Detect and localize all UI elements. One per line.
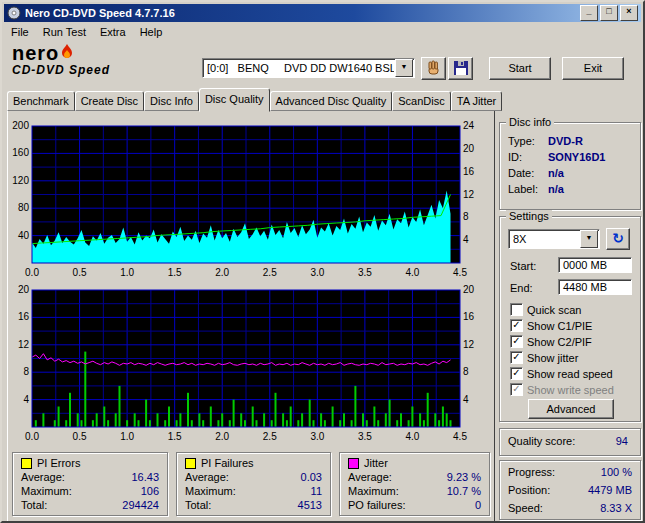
start-test-button[interactable]: Start bbox=[489, 57, 551, 80]
stat-label: Total: bbox=[185, 498, 211, 512]
settings-group: Settings 8X ▼ ↻ Start: 0000 MB End: 4480… bbox=[499, 216, 641, 422]
checkbox-show-write-speed: ✓ Show write speed bbox=[510, 383, 614, 396]
svg-text:12: 12 bbox=[18, 339, 30, 350]
flame-icon bbox=[61, 44, 73, 60]
minimize-button[interactable]: _ bbox=[580, 5, 598, 21]
svg-text:120: 120 bbox=[12, 175, 29, 186]
stat-value: 294424 bbox=[122, 498, 159, 512]
checkbox-show-c2-pif[interactable]: ✓ Show C2/PIF bbox=[510, 335, 592, 348]
position-label: Position: bbox=[508, 481, 550, 499]
speed-select[interactable]: 8X ▼ bbox=[508, 229, 600, 249]
checkbox-box[interactable] bbox=[510, 303, 523, 316]
chevron-down-icon[interactable]: ▼ bbox=[395, 59, 413, 77]
refresh-icon: ↻ bbox=[612, 230, 624, 246]
disc-id-row: ID: SONY16D1 bbox=[500, 149, 640, 165]
pi-failures-stats: PI Failures Average:0.03 Maximum:11 Tota… bbox=[176, 452, 331, 516]
speed-value: 8.33 X bbox=[600, 499, 632, 517]
svg-text:3.0: 3.0 bbox=[310, 267, 324, 278]
svg-text:20: 20 bbox=[18, 284, 30, 295]
quality-score-group: Quality score: 94 bbox=[499, 428, 641, 456]
quality-score-value: 94 bbox=[616, 435, 628, 447]
nero-logo: nero CD-DVD Speed bbox=[12, 44, 110, 78]
pif-jitter-chart: 48121620481216200.00.51.01.52.02.53.03.5… bbox=[10, 284, 488, 444]
checkbox-show-jitter[interactable]: ✓ Show jitter bbox=[510, 351, 578, 364]
svg-text:1.0: 1.0 bbox=[120, 431, 134, 442]
checkbox-show-read-speed[interactable]: ✓ Show read speed bbox=[510, 367, 613, 380]
hand-tool-button[interactable] bbox=[421, 57, 446, 80]
tab-disc-info[interactable]: Disc Info bbox=[144, 91, 199, 111]
tab-advanced-disc-quality[interactable]: Advanced Disc Quality bbox=[270, 91, 393, 111]
stat-label: Total: bbox=[21, 498, 47, 512]
svg-text:12: 12 bbox=[463, 189, 475, 200]
close-button[interactable]: × bbox=[620, 5, 638, 21]
pi-errors-chart: 408012016020048121620240.00.51.01.52.02.… bbox=[10, 120, 488, 280]
checkbox-box[interactable]: ✓ bbox=[510, 351, 523, 364]
svg-text:80: 80 bbox=[18, 202, 30, 213]
svg-text:0.5: 0.5 bbox=[73, 267, 87, 278]
checkbox-box[interactable]: ✓ bbox=[510, 367, 523, 380]
jitter-stats: Jitter Average:9.23 % Maximum:10.7 % PO … bbox=[339, 452, 490, 516]
svg-text:4.5: 4.5 bbox=[453, 431, 467, 442]
menu-item-extra[interactable]: Extra bbox=[93, 25, 133, 39]
tab-create-disc[interactable]: Create Disc bbox=[75, 91, 144, 111]
pi-errors-stats: PI Errors Average:16.43 Maximum:106 Tota… bbox=[12, 452, 168, 516]
window-titlebar: Nero CD-DVD Speed 4.7.7.16 _ □ × bbox=[4, 4, 641, 22]
tab-scandisc[interactable]: ScanDisc bbox=[392, 91, 450, 111]
menu-item-help[interactable]: Help bbox=[133, 25, 170, 39]
tab-benchmark[interactable]: Benchmark bbox=[7, 91, 75, 111]
svg-text:1.0: 1.0 bbox=[120, 267, 134, 278]
floppy-icon bbox=[453, 60, 469, 76]
svg-text:40: 40 bbox=[18, 230, 30, 241]
svg-text:3.5: 3.5 bbox=[358, 431, 372, 442]
chevron-down-icon[interactable]: ▼ bbox=[580, 230, 598, 248]
checkbox-box[interactable]: ✓ bbox=[510, 335, 523, 348]
svg-text:0.0: 0.0 bbox=[25, 431, 39, 442]
stat-value: 106 bbox=[141, 484, 159, 498]
svg-text:4.5: 4.5 bbox=[453, 267, 467, 278]
stat-value: 10.7 % bbox=[447, 484, 481, 498]
progress-row: Progress: 100 % bbox=[500, 463, 640, 481]
checkbox-box: ✓ bbox=[510, 383, 523, 396]
end-position-label: End: bbox=[510, 282, 533, 294]
disc-date-row: Date: n/a bbox=[500, 165, 640, 181]
svg-text:8: 8 bbox=[463, 211, 469, 222]
drive-selector[interactable]: [0:0] BENQ DVD DD DW1640 BSLB ▼ bbox=[202, 58, 415, 78]
menu-item-file[interactable]: File bbox=[4, 25, 36, 39]
svg-text:2.5: 2.5 bbox=[263, 431, 277, 442]
disc-id-value: SONY16D1 bbox=[548, 150, 605, 164]
product-name-text: CD-DVD Speed bbox=[12, 62, 110, 78]
checkbox-label: Show write speed bbox=[527, 384, 614, 396]
checkbox-quick-scan[interactable]: Quick scan bbox=[510, 303, 581, 316]
save-results-button[interactable] bbox=[448, 57, 473, 80]
svg-text:20: 20 bbox=[463, 143, 475, 154]
checkbox-show-c1-pie[interactable]: ✓ Show C1/PIE bbox=[510, 319, 592, 332]
svg-text:8: 8 bbox=[463, 366, 469, 377]
advanced-button[interactable]: Advanced bbox=[528, 399, 614, 419]
maximize-button[interactable]: □ bbox=[600, 5, 618, 21]
svg-text:1.5: 1.5 bbox=[168, 267, 182, 278]
svg-text:16: 16 bbox=[463, 166, 475, 177]
drive-selector-value: [0:0] BENQ DVD DD DW1640 BSLB bbox=[203, 62, 394, 74]
start-position-field[interactable]: 0000 MB bbox=[558, 257, 632, 273]
menubar: File Run Test Extra Help bbox=[4, 23, 641, 40]
checkbox-box[interactable]: ✓ bbox=[510, 319, 523, 332]
tab-strip: Benchmark Create Disc Disc Info Disc Qua… bbox=[7, 89, 502, 111]
tab-disc-quality[interactable]: Disc Quality bbox=[199, 88, 270, 112]
speed-label: Speed: bbox=[508, 499, 543, 517]
end-position-field[interactable]: 4480 MB bbox=[558, 279, 632, 295]
menu-item-run-test[interactable]: Run Test bbox=[36, 25, 93, 39]
stat-label: PO failures: bbox=[348, 498, 405, 512]
speed-row: Speed: 8.33 X bbox=[500, 499, 640, 517]
exit-button[interactable]: Exit bbox=[562, 57, 624, 80]
refresh-speeds-button[interactable]: ↻ bbox=[606, 228, 630, 250]
svg-text:1.5: 1.5 bbox=[168, 431, 182, 442]
tab-ta-jitter[interactable]: TA Jitter bbox=[451, 91, 503, 111]
stat-value: 0 bbox=[475, 498, 481, 512]
svg-text:200: 200 bbox=[12, 120, 29, 131]
checkbox-label: Show C1/PIE bbox=[527, 320, 592, 332]
checkbox-label: Quick scan bbox=[527, 304, 581, 316]
stat-value: 11 bbox=[311, 484, 322, 498]
stat-label: Average: bbox=[21, 470, 65, 484]
disc-date-value: n/a bbox=[548, 166, 564, 180]
svg-text:2.5: 2.5 bbox=[263, 267, 277, 278]
